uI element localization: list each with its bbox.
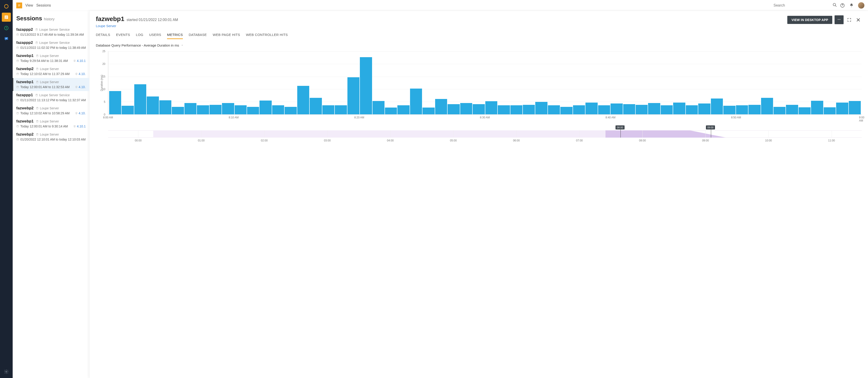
chart-bar[interactable]: [147, 96, 159, 114]
session-item[interactable]: fazwebp1 Loupe Server Today 12:00:01 AM …: [13, 117, 89, 130]
rail-metrics[interactable]: [2, 24, 11, 33]
chart-bar[interactable]: [109, 91, 121, 114]
tab-metrics[interactable]: METRICS: [167, 33, 183, 39]
chart-bar[interactable]: [774, 107, 785, 114]
chart-bar[interactable]: [523, 105, 535, 114]
breadcrumb-sessions[interactable]: Sessions: [36, 3, 51, 7]
chart-bar[interactable]: [397, 105, 409, 114]
chart-bar[interactable]: [159, 100, 171, 114]
chart-bar[interactable]: [748, 105, 761, 114]
breadcrumb-view[interactable]: View: [25, 3, 33, 7]
rail-settings[interactable]: [2, 367, 11, 376]
chart-bar[interactable]: [535, 102, 547, 114]
chart-bar[interactable]: [373, 101, 384, 114]
chart-bar[interactable]: [210, 105, 221, 114]
tab-events[interactable]: EVENTS: [116, 33, 130, 39]
session-item[interactable]: fazwebp2 Loupe Server Today 12:10:02 AM …: [13, 104, 89, 117]
chart-bar[interactable]: [548, 105, 560, 114]
chart-bar[interactable]: [172, 107, 184, 114]
fullscreen-icon[interactable]: [846, 17, 852, 23]
chart-bar[interactable]: [661, 105, 673, 114]
chart-bar[interactable]: [761, 98, 773, 114]
chart-bar[interactable]: [272, 105, 284, 114]
chart-bar[interactable]: [235, 105, 247, 114]
chart-bar[interactable]: [259, 100, 272, 114]
chart-bar[interactable]: [723, 106, 735, 114]
chart-bar[interactable]: [598, 105, 610, 114]
view-desktop-button[interactable]: VIEW IN DESKTOP APP: [787, 16, 832, 24]
chart-bar[interactable]: [385, 107, 397, 114]
chart-plot[interactable]: [108, 51, 862, 115]
chart-bar[interactable]: [473, 104, 485, 114]
range-handle-left[interactable]: 08:00: [620, 126, 621, 137]
chart-bar[interactable]: [836, 102, 848, 114]
session-item[interactable]: fazappp2 Loupe Server Service 01/11/2022…: [13, 39, 89, 52]
chart-bar[interactable]: [585, 102, 597, 114]
rail-logo[interactable]: [2, 2, 11, 11]
chart-bar[interactable]: [711, 98, 723, 114]
chart-bar[interactable]: [410, 89, 422, 114]
chart-bar[interactable]: [799, 107, 811, 114]
chart-bar[interactable]: [849, 101, 861, 114]
chart-bar[interactable]: [498, 105, 510, 114]
session-item[interactable]: fazappp1 Loupe Server Service 01/11/2022…: [13, 91, 89, 104]
rail-sessions[interactable]: [2, 13, 11, 22]
chart-bar[interactable]: [447, 104, 460, 114]
chart-bar[interactable]: [510, 105, 522, 114]
tab-web-controller-hits[interactable]: WEB CONTROLLER HITS: [246, 33, 288, 39]
session-item[interactable]: fazappp2 Loupe Server Service 01/13/2022…: [13, 26, 89, 39]
chart-bar[interactable]: [698, 103, 710, 114]
tab-details[interactable]: DETAILS: [96, 33, 110, 39]
help-icon[interactable]: [840, 3, 845, 8]
chart-bar[interactable]: [347, 77, 360, 114]
chart-bar[interactable]: [222, 103, 234, 114]
chart-bar[interactable]: [435, 99, 447, 114]
chart-bar[interactable]: [423, 107, 434, 114]
rail-issues[interactable]: [2, 34, 11, 43]
avatar[interactable]: [858, 2, 864, 8]
chart-bar[interactable]: [786, 105, 798, 114]
svg-rect-20: [17, 60, 19, 62]
chart-bar[interactable]: [184, 103, 196, 114]
tab-database[interactable]: DATABASE: [189, 33, 207, 39]
chart-bar[interactable]: [611, 103, 622, 114]
close-icon[interactable]: [855, 17, 862, 23]
chart-bar[interactable]: [310, 98, 322, 114]
search-input[interactable]: [774, 3, 830, 7]
chart-bar[interactable]: [247, 107, 259, 114]
chart-bar[interactable]: [560, 107, 572, 114]
session-item[interactable]: fazwebp1 Loupe Server Today 9:29:54 AM t…: [13, 52, 89, 65]
chart-bar[interactable]: [460, 103, 472, 114]
session-item[interactable]: fazwebp2 Loupe Server Today 12:10:02 AM …: [13, 65, 89, 78]
chart-bar[interactable]: [335, 105, 347, 114]
tab-users[interactable]: USERS: [149, 33, 161, 39]
chart-bar[interactable]: [122, 106, 133, 114]
metric-dropdown-icon[interactable]: [181, 43, 184, 47]
tab-log[interactable]: LOG: [136, 33, 143, 39]
chart-bar[interactable]: [673, 102, 685, 114]
chart-bar[interactable]: [686, 105, 698, 114]
search-icon[interactable]: [832, 2, 837, 8]
chart-bar[interactable]: [573, 105, 585, 114]
chart-bar[interactable]: [636, 105, 648, 114]
chart-bar[interactable]: [134, 84, 146, 114]
chart-bar[interactable]: [285, 107, 297, 114]
chart-bar[interactable]: [648, 103, 660, 114]
chart-bar[interactable]: [811, 101, 823, 114]
session-item[interactable]: fazwebp2 Loupe Server 01/20/2022 12:10:0…: [13, 130, 89, 144]
chart-bar[interactable]: [623, 104, 635, 114]
time-range-slider[interactable]: 08:00 09:00 00:0001:0002:0003:0004:0005:…: [108, 126, 862, 142]
chart-bar[interactable]: [736, 105, 748, 114]
svg-rect-31: [37, 107, 38, 108]
chart-bar[interactable]: [360, 57, 372, 114]
chart-bar[interactable]: [824, 107, 836, 114]
bell-icon[interactable]: [849, 3, 854, 8]
detail-app-link[interactable]: Loupe Server: [96, 24, 116, 28]
chart-bar[interactable]: [197, 105, 209, 114]
tab-web-page-hits[interactable]: WEB PAGE HITS: [213, 33, 240, 39]
session-item[interactable]: fazwebp1 Loupe Server Today 12:00:01 AM …: [13, 78, 89, 91]
chart-bar[interactable]: [297, 86, 309, 114]
more-button[interactable]: [835, 15, 844, 24]
chart-bar[interactable]: [485, 101, 497, 114]
chart-bar[interactable]: [322, 105, 334, 114]
